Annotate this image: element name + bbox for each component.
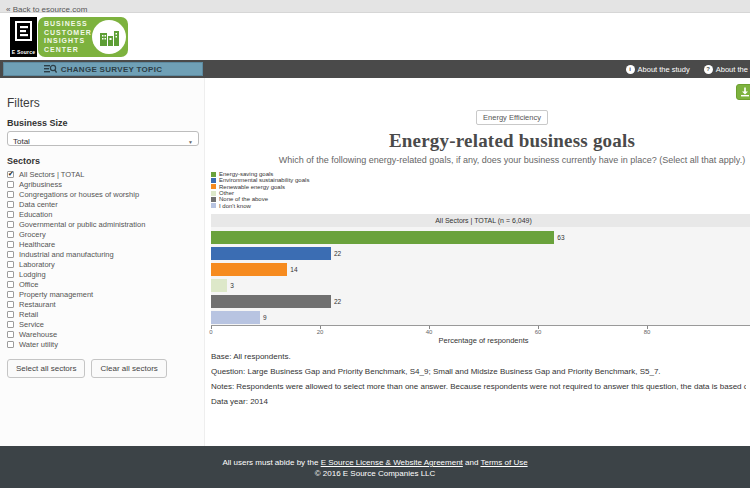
plot-area: 6322143229 xyxy=(211,227,750,326)
sector-checkbox-row[interactable]: Grocery xyxy=(7,229,204,239)
bcic-line: CENTER xyxy=(44,46,92,55)
license-agreement-link[interactable]: E Source License & Website Agreement xyxy=(321,458,463,467)
footnote-line: Question: Large Business Gap and Priorit… xyxy=(211,364,746,379)
sector-checkbox-row[interactable]: Congregations or houses of worship xyxy=(7,189,204,199)
about-tool-link[interactable]: ? About the tool xyxy=(704,65,750,74)
bcic-logo-text: BUSINESS CUSTOMER INSIGHTS CENTER xyxy=(44,20,92,54)
chart-subtitle: Which of the following energy-related go… xyxy=(205,155,750,165)
sector-checkbox-row[interactable]: Healthcare xyxy=(7,239,204,249)
x-tick-label: 0 xyxy=(209,329,212,335)
sector-label: Healthcare xyxy=(19,240,55,249)
filters-panel: Filters Business Size Total ▼ Sectors Al… xyxy=(0,78,205,446)
sector-label: Governmental or public administration xyxy=(19,220,145,229)
terms-of-use-link[interactable]: Terms of Use xyxy=(480,458,527,467)
bar-value-label: 9 xyxy=(263,314,267,321)
sector-checkbox-row[interactable]: Education xyxy=(7,209,204,219)
sector-label: Industrial and manufacturing xyxy=(19,250,114,259)
sector-checkbox-row[interactable]: Governmental or public administration xyxy=(7,219,204,229)
bcic-line: INSIGHTS xyxy=(44,37,92,46)
change-survey-topic-button[interactable]: CHANGE SURVEY TOPIC xyxy=(3,62,203,76)
esource-e-icon xyxy=(15,21,32,41)
legend-swatch xyxy=(211,172,216,177)
clear-all-sectors-button[interactable]: Clear all sectors xyxy=(91,359,166,378)
sector-checkbox-row[interactable]: Water utility xyxy=(7,339,204,349)
sector-checkbox-row[interactable]: Data center xyxy=(7,199,204,209)
chart-panel: Energy Efficiency Energy-related busines… xyxy=(205,78,750,446)
about-tool-label: About the tool xyxy=(716,65,750,74)
legend-label: I don't know xyxy=(219,203,251,209)
checkbox[interactable] xyxy=(7,311,14,318)
sector-checkbox-row[interactable]: Agribusiness xyxy=(7,179,204,189)
about-study-link[interactable]: i About the study xyxy=(626,65,690,74)
sector-checkbox-row[interactable]: Lodging xyxy=(7,269,204,279)
checkbox[interactable] xyxy=(7,171,14,178)
download-icon xyxy=(740,87,750,97)
bcic-logo: BUSINESS CUSTOMER INSIGHTS CENTER xyxy=(38,17,128,57)
chart-footnotes: Base: All respondents.Question: Large Bu… xyxy=(211,349,746,409)
bar-row: 9 xyxy=(211,309,750,325)
sector-checkbox-row[interactable]: Industrial and manufacturing xyxy=(7,249,204,259)
buildings-icon xyxy=(92,20,126,54)
checkbox[interactable] xyxy=(7,301,14,308)
back-bar: « Back to esource.com xyxy=(0,0,750,13)
select-all-sectors-button[interactable]: Select all sectors xyxy=(7,359,85,378)
sector-label: Congregations or houses of worship xyxy=(19,190,139,199)
sector-label: Office xyxy=(19,280,38,289)
brand-band: E Source BUSINESS CUSTOMER INSIGHTS CENT… xyxy=(0,13,750,60)
checkbox[interactable] xyxy=(7,321,14,328)
checkbox[interactable] xyxy=(7,251,14,258)
search-icon xyxy=(44,64,57,74)
checkbox[interactable] xyxy=(7,271,14,278)
checkbox[interactable] xyxy=(7,231,14,238)
sector-checkbox-row[interactable]: Warehouse xyxy=(7,329,204,339)
legend-item: Environmental sustainability goals xyxy=(211,177,309,183)
sector-label: Service xyxy=(19,320,44,329)
x-tick-label: 80 xyxy=(644,329,651,335)
bar-value-label: 3 xyxy=(230,282,234,289)
checkbox[interactable] xyxy=(7,181,14,188)
sector-label: Warehouse xyxy=(19,330,57,339)
sector-checkbox-row[interactable]: Laboratory xyxy=(7,259,204,269)
sector-checkbox-row[interactable]: Office xyxy=(7,279,204,289)
legend-swatch xyxy=(211,203,216,208)
sector-label: Agribusiness xyxy=(19,180,62,189)
checkbox[interactable] xyxy=(7,281,14,288)
legend-swatch xyxy=(211,184,216,189)
sector-label: Restaurant xyxy=(19,300,56,309)
filters-title: Filters xyxy=(7,96,204,110)
info-icon: i xyxy=(626,65,635,74)
x-tick-label: 20 xyxy=(317,329,324,335)
checkbox[interactable] xyxy=(7,261,14,268)
checkbox[interactable] xyxy=(7,191,14,198)
checkbox[interactable] xyxy=(7,241,14,248)
bar xyxy=(211,231,554,244)
sector-checkbox-row[interactable]: All Sectors | TOTAL xyxy=(7,169,204,179)
sectors-label: Sectors xyxy=(7,156,204,166)
footer-text: and xyxy=(463,458,481,467)
checkbox[interactable] xyxy=(7,201,14,208)
sector-checkbox-row[interactable]: Restaurant xyxy=(7,299,204,309)
sector-checkbox-row[interactable]: Service xyxy=(7,319,204,329)
sector-checkbox-row[interactable]: Property management xyxy=(7,289,204,299)
bar xyxy=(211,295,331,308)
top-nav-bar: CHANGE SURVEY TOPIC i About the study ? … xyxy=(0,60,750,78)
business-size-select[interactable]: Total ▼ xyxy=(7,131,199,146)
sector-label: Grocery xyxy=(19,230,46,239)
legend-label: Energy-saving goals xyxy=(219,171,273,177)
sector-label: Laboratory xyxy=(19,260,55,269)
chevron-down-icon: ▼ xyxy=(188,136,193,149)
bar-row: 22 xyxy=(211,293,750,309)
checkbox[interactable] xyxy=(7,331,14,338)
legend-swatch xyxy=(211,178,216,183)
download-button[interactable] xyxy=(736,84,750,100)
nav-right: i About the study ? About the tool xyxy=(626,60,750,78)
chart-title: Energy-related business goals xyxy=(205,130,750,152)
sector-label: Retail xyxy=(19,310,38,319)
checkbox[interactable] xyxy=(7,291,14,298)
checkbox[interactable] xyxy=(7,341,14,348)
help-icon: ? xyxy=(704,65,713,74)
bar-value-label: 22 xyxy=(334,298,341,305)
sector-checkbox-row[interactable]: Retail xyxy=(7,309,204,319)
checkbox[interactable] xyxy=(7,211,14,218)
checkbox[interactable] xyxy=(7,221,14,228)
